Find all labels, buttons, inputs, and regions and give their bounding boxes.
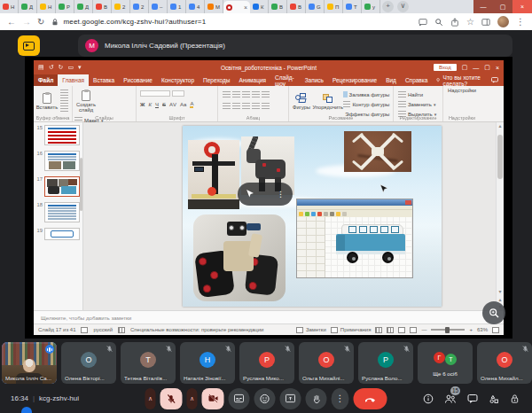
tell-me-box[interactable]: Что вы хотите сделать?	[432, 74, 491, 86]
overflow-tile[interactable]: Г Т Ще 6 осіб	[418, 342, 473, 384]
people-button[interactable]: 15	[444, 394, 457, 404]
participant-tile[interactable]: Т Тетяна Віталіїв...	[121, 342, 176, 384]
browser-tab[interactable]: В	[269, 0, 287, 13]
window-close-button[interactable]: ×	[512, 0, 532, 13]
slide-thumbnail[interactable]: 15	[35, 125, 81, 145]
tab-view[interactable]: Вид	[381, 74, 401, 86]
forward-icon[interactable]: →	[22, 18, 31, 27]
thumbnail-scrollbar[interactable]	[80, 158, 82, 211]
tab-help[interactable]: Справка	[401, 74, 433, 86]
sidebar-icon[interactable]	[481, 18, 490, 27]
zoom-percent[interactable]: 63%	[477, 327, 488, 332]
addins-button[interactable]: Надстройки	[445, 88, 479, 93]
ppt-minimize-icon[interactable]: —	[473, 65, 479, 71]
browser-tab[interactable]: Д	[74, 0, 93, 13]
browser-tab[interactable]: Н	[0, 0, 19, 13]
comments-toggle[interactable]: Примечания	[331, 327, 372, 333]
replace-button[interactable]: Заменить▾	[398, 100, 436, 108]
browser-tab[interactable]: В	[93, 0, 112, 13]
slideshow-view-icon[interactable]	[410, 327, 417, 333]
format-painter-icon[interactable]	[60, 105, 68, 112]
participant-tile[interactable]: О Олена Михайл...	[477, 342, 532, 384]
align-right-icon[interactable]	[242, 103, 250, 109]
slide-thumbnail[interactable]: 16	[35, 151, 81, 171]
thumb-15[interactable]	[44, 125, 80, 145]
scroll-up-icon[interactable]: ▴	[498, 123, 501, 129]
tab-slideshow[interactable]: Слайд-шоу	[270, 74, 301, 86]
tab-transitions[interactable]: Переходы	[199, 74, 235, 86]
host-controls-button[interactable]	[510, 394, 520, 404]
tab-design[interactable]: Конструктор	[157, 74, 199, 86]
activities-button[interactable]	[489, 394, 499, 404]
ppt-scrollbar-thumb[interactable]	[497, 135, 503, 179]
chat-button[interactable]	[467, 394, 478, 404]
new-tab-button[interactable]: +	[382, 1, 394, 12]
search-icon[interactable]	[434, 18, 443, 27]
presentation-indicator-button[interactable]	[18, 35, 40, 56]
browser-tab[interactable]: G	[306, 0, 325, 13]
raise-hand-button[interactable]	[306, 388, 327, 409]
tab-record[interactable]: Запись	[301, 74, 328, 86]
feedback-icon[interactable]	[491, 74, 504, 86]
more-options-button[interactable]: ⋮	[332, 388, 349, 409]
cut-icon[interactable]	[60, 90, 68, 96]
tab-review[interactable]: Рецензирование	[328, 74, 381, 86]
shapes-button[interactable]: Фигуры	[291, 88, 312, 114]
meeting-details-button[interactable]	[423, 394, 434, 404]
change-case-button[interactable]: Аа	[180, 102, 186, 107]
numbering-icon[interactable]	[232, 91, 240, 97]
browser-tab[interactable]: М	[205, 0, 223, 13]
participant-tile[interactable]: О Ольга Михайлі...	[299, 342, 354, 384]
window-maximize-button[interactable]: ▢	[493, 0, 512, 13]
browser-tab[interactable]: П	[325, 0, 343, 13]
browser-tab[interactable]: 2	[130, 0, 149, 13]
browser-tab[interactable]: –	[149, 0, 168, 13]
present-screen-button[interactable]	[280, 388, 301, 409]
thumb-16[interactable]	[44, 151, 80, 171]
slide-image-tracked-robot[interactable]	[193, 214, 286, 301]
slide-thumbnail[interactable]: 18	[35, 202, 81, 222]
browser-tab[interactable]: 4	[186, 0, 205, 13]
overlay-more-icon[interactable]: ⋮	[277, 190, 285, 199]
thumb-19[interactable]	[44, 228, 80, 240]
presenter-name-card[interactable]: М Микола Ілліч Садовий (Презентація)	[78, 35, 512, 57]
zoom-slider[interactable]	[431, 329, 465, 331]
participant-tile[interactable]: Н Наталія Зіновії...	[180, 342, 235, 384]
ppt-close-icon[interactable]: ×	[496, 65, 499, 71]
browser-tab-active-meet[interactable]: ×	[223, 1, 250, 13]
accessibility-icon[interactable]	[118, 327, 125, 333]
tab-close-icon[interactable]: ×	[244, 4, 247, 11]
underline-button[interactable]: Ч	[155, 102, 159, 107]
tab-insert[interactable]: Вставка	[89, 74, 119, 86]
browser-tab[interactable]: 1	[168, 0, 186, 13]
italic-button[interactable]: К	[148, 102, 152, 107]
arrange-button[interactable]: Упорядочить	[314, 88, 342, 114]
notes-toggle[interactable]: Заметки	[296, 327, 326, 333]
strikethrough-button[interactable]: S	[162, 102, 166, 107]
tab-draw[interactable]: Рисование	[119, 74, 157, 86]
indent-decrease-icon[interactable]	[242, 91, 250, 97]
zoom-overlay-button[interactable]	[482, 301, 505, 324]
pointer-icon[interactable]	[246, 190, 254, 199]
slide-image-3d-printer[interactable]	[188, 140, 239, 209]
end-call-button[interactable]	[354, 388, 387, 409]
reading-view-icon[interactable]	[398, 327, 405, 333]
notes-indicator-icon[interactable]	[81, 327, 88, 333]
font-size-select[interactable]	[172, 90, 184, 97]
columns-icon[interactable]	[262, 103, 270, 109]
find-button[interactable]: Найти	[398, 90, 436, 98]
tab-search-chevron[interactable]: ∨	[397, 1, 409, 12]
window-minimize-button[interactable]: —	[473, 0, 493, 13]
tab-animations[interactable]: Анимация	[235, 74, 271, 86]
shape-outline-button[interactable]: Контур фигуры	[343, 100, 389, 108]
tab-file[interactable]: Файл	[34, 74, 58, 86]
participant-tile[interactable]: О Олена Вікторі...	[61, 342, 116, 384]
thumb-18[interactable]	[44, 202, 80, 222]
line-spacing-icon[interactable]	[262, 91, 270, 97]
slide-thumbnail-current[interactable]: 17	[35, 176, 81, 197]
language-indicator[interactable]: русский	[93, 327, 113, 332]
participant-tile[interactable]: Р Руслана Мико...	[239, 342, 294, 384]
participant-tile[interactable]: Р Руслана Воло...	[358, 342, 413, 384]
slide-sorter-icon[interactable]	[387, 327, 394, 333]
ribbon-display-options-icon[interactable]: ▢	[462, 64, 468, 71]
